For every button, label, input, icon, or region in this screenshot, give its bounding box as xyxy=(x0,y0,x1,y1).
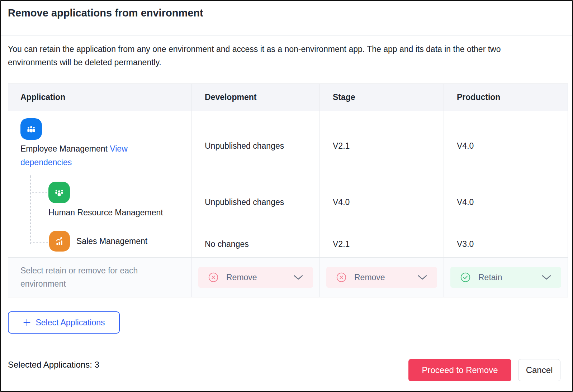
dropdown-value: Remove xyxy=(354,273,385,282)
development-action-dropdown[interactable]: Remove xyxy=(198,267,313,288)
development-values-cell: Unpublished changes Unpublished changes … xyxy=(191,111,319,257)
production-action-dropdown[interactable]: Retain xyxy=(450,267,561,288)
tree-connector-vertical xyxy=(30,175,31,244)
child-application-name: Human Resource Management xyxy=(48,208,163,217)
chevron-down-icon xyxy=(542,275,551,280)
production-values-cell: V4.0 V4.0 V3.0 xyxy=(444,111,568,257)
stage-values-cell: V2.1 V4.0 V2.1 xyxy=(319,111,444,257)
page-title: Remove applications from environment xyxy=(8,7,203,19)
selection-instruction: Select retain or remove for each environ… xyxy=(20,264,147,291)
remove-applications-dialog: Remove applications from environment You… xyxy=(0,0,573,392)
select-applications-label: Select Applications xyxy=(35,318,105,328)
stage-action-cell: Remove xyxy=(319,257,444,297)
stage-version: V2.1 xyxy=(333,239,350,249)
stage-action-dropdown[interactable]: Remove xyxy=(326,267,437,288)
people-group-icon xyxy=(20,118,42,140)
column-header-development: Development xyxy=(191,84,319,111)
dialog-description: You can retain the application from any … xyxy=(8,43,542,69)
tree-connector-sales xyxy=(30,242,48,243)
circle-x-icon xyxy=(208,272,218,282)
column-header-production: Production xyxy=(444,84,568,111)
development-status: Unpublished changes xyxy=(205,197,284,207)
application-name: Employee Management xyxy=(20,144,108,153)
development-status: Unpublished changes xyxy=(205,141,284,151)
production-version: V3.0 xyxy=(457,239,474,249)
development-status: No changes xyxy=(205,239,249,249)
dropdown-value: Retain xyxy=(478,273,502,282)
stage-version: V4.0 xyxy=(333,197,350,207)
cancel-button[interactable]: Cancel xyxy=(518,359,560,381)
dropdown-value: Remove xyxy=(226,273,257,282)
circle-check-icon xyxy=(460,272,470,282)
selected-applications-count: Selected Applications: 3 xyxy=(8,360,99,370)
proceed-to-remove-button[interactable]: Proceed to Remove xyxy=(408,359,511,381)
application-tree-cell: Employee Management View dependencies Hu… xyxy=(8,111,191,257)
select-applications-button[interactable]: Select Applications xyxy=(8,311,120,334)
column-header-stage: Stage xyxy=(319,84,444,111)
chevron-down-icon xyxy=(418,275,427,280)
applications-table: Application Development Stage Production… xyxy=(8,83,568,297)
development-action-cell: Remove xyxy=(191,257,319,297)
production-version: V4.0 xyxy=(457,141,474,151)
child-application-name: Sales Management xyxy=(76,236,147,246)
tree-connector-hrm xyxy=(30,192,47,193)
chevron-down-icon xyxy=(294,275,303,280)
sales-chart-icon xyxy=(49,231,70,252)
plus-icon xyxy=(23,318,31,327)
production-version: V4.0 xyxy=(457,197,474,207)
production-action-cell: Retain xyxy=(444,257,568,297)
team-icon xyxy=(48,182,70,203)
circle-x-icon xyxy=(336,272,346,282)
stage-version: V2.1 xyxy=(333,141,350,151)
title-divider xyxy=(1,35,572,36)
selection-instruction-cell: Select retain or remove for each environ… xyxy=(8,257,191,297)
column-header-application: Application xyxy=(8,84,191,111)
application-name-row: Employee Management View dependencies xyxy=(20,142,164,169)
